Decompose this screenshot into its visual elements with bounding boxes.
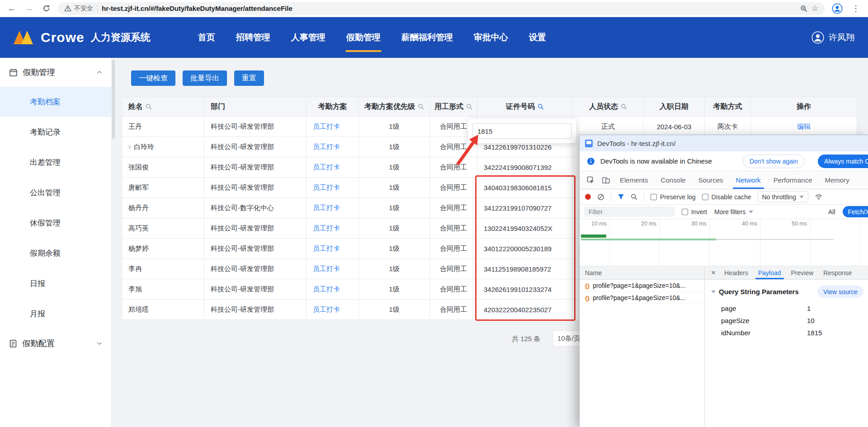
network-timeline-overview[interactable]: 10 ms 20 ms 30 ms 40 ms 50 ms [580,219,868,266]
search-icon[interactable] [418,103,424,110]
sidebar-section-attendance[interactable]: 假勤管理 [0,58,111,87]
divider [611,193,611,201]
sidebar-item-leave-balance[interactable]: 假期余额 [0,238,111,268]
url-text[interactable]: hr-test.zjf-it.cn/#/fakeDuty/fakeDutyMan… [102,5,292,12]
sidebar-item-daily-report[interactable]: 日报 [0,268,111,299]
tab-performance[interactable]: Performance [768,171,818,189]
dont-show-again-button[interactable]: Don't show again [743,155,805,168]
bookmark-star-icon[interactable]: ☆ [811,4,818,13]
tab-console[interactable]: Console [655,171,692,189]
search-icon[interactable] [466,103,472,110]
browser-profile-avatar[interactable] [831,2,844,15]
nav-item-personnel[interactable]: 人事管理 [291,17,326,58]
one-key-check-button[interactable]: 一键检查 [131,70,175,86]
reset-button[interactable]: 重置 [234,70,264,86]
close-icon[interactable]: × [708,268,719,277]
network-filter-input[interactable] [584,206,675,217]
plan-link[interactable]: 员工打卡 [313,224,340,232]
cell-plan: 员工打卡 [307,178,359,198]
device-toolbar-icon[interactable] [599,174,613,187]
plan-link[interactable]: 员工打卡 [313,204,340,211]
nav-item-settings[interactable]: 设置 [529,17,546,58]
nav-item-payroll[interactable]: 薪酬福利管理 [401,17,453,58]
sidebar-section-label: 假勤管理 [23,67,55,78]
col-id-number: 证件号码 [477,97,573,117]
zoom-icon[interactable] [800,5,807,12]
timeline-tick: 20 ms [634,221,656,227]
edit-link[interactable]: 编辑 [797,122,811,130]
filter-type-fetch-xhr[interactable]: Fetch/XHR [843,206,868,217]
sidebar-item-attendance-file[interactable]: 考勤档案 [0,87,111,117]
plan-link[interactable]: 员工打卡 [313,265,340,272]
always-match-button[interactable]: Always match Chrome's language [818,155,868,168]
tab-response[interactable]: Response [818,266,857,279]
disable-cache-checkbox[interactable]: Disable cache [702,193,751,201]
request-list-header[interactable]: Name [580,266,704,280]
cell-name: 唐郦军 [122,178,204,198]
security-chip[interactable]: 不安全 [64,5,93,13]
request-row[interactable]: {} profile?page=1&pageSize=10&... [580,280,704,292]
plan-link[interactable]: 员工打卡 [313,163,340,171]
tab-headers[interactable]: Headers [719,266,753,279]
tab-network[interactable]: Network [730,171,767,189]
cell-worktype: 合同用工 [430,178,477,198]
caret-down-icon [711,291,716,293]
network-search-icon[interactable] [631,193,637,200]
back-icon[interactable]: ← [6,3,17,14]
plan-link[interactable]: 员工打卡 [313,305,340,313]
col-actions: 操作 [751,97,857,117]
tab-preview[interactable]: Preview [786,266,819,279]
nav-item-approval[interactable]: 审批中心 [474,17,508,58]
plan-link[interactable]: 员工打卡 [313,244,340,252]
view-source-button[interactable]: View source [817,286,863,298]
timeline-bar [581,235,606,238]
timeline-line [715,239,834,240]
filter-type-all[interactable]: All [828,208,835,216]
browser-menu-icon[interactable]: ⋮ [850,4,862,14]
sidebar-item-monthly-report[interactable]: 月报 [0,299,111,329]
sidebar-item-business-trip[interactable]: 出差管理 [0,147,111,178]
more-filters-button[interactable]: More filters [714,208,753,216]
sidebar-section-attendance-config[interactable]: 假勤配置 [0,329,111,358]
sidebar-scrollbar[interactable] [111,58,115,427]
plan-link[interactable]: 员工打卡 [313,183,340,191]
record-button[interactable] [585,194,591,200]
id-number-filter-input[interactable] [472,123,572,139]
batch-export-button[interactable]: 批量导出 [183,70,227,86]
invert-checkbox[interactable]: Invert [682,208,707,216]
user-menu[interactable]: 许凤翔 [811,31,854,44]
plan-link[interactable]: 员工打卡 [313,122,340,130]
preserve-log-checkbox[interactable]: Preserve log [651,193,696,201]
search-icon[interactable] [146,103,152,110]
sidebar-item-attendance-record[interactable]: 考勤记录 [0,117,111,147]
nav-item-home[interactable]: 首页 [198,17,215,58]
network-conditions-icon[interactable] [815,194,823,200]
throttling-select[interactable]: No throttling [758,191,808,202]
nav-item-recruitment[interactable]: 招聘管理 [236,17,270,58]
row-expand-icon[interactable]: › [128,143,131,150]
plan-link[interactable]: 员工打卡 [313,285,340,293]
tab-elements[interactable]: Elements [614,171,654,189]
sidebar-item-outing[interactable]: 公出管理 [0,178,111,208]
clear-button[interactable] [597,193,604,201]
request-row[interactable]: {} profile?page=1&pageSize=10&... [580,292,704,304]
plan-link[interactable]: 员工打卡 [313,143,340,150]
forward-icon[interactable]: → [24,3,34,14]
inspect-element-icon[interactable] [583,174,598,187]
cell-name: 高巧英 [122,218,204,239]
refresh-icon[interactable] [41,3,52,14]
filter-toggle-icon[interactable] [618,194,624,200]
tab-memory[interactable]: Memory [819,171,855,189]
tab-sources[interactable]: Sources [693,171,729,189]
sidebar-item-vacation[interactable]: 休假管理 [0,208,111,238]
query-string-section-header[interactable]: Query String Parameters View source [711,286,863,298]
search-icon[interactable] [621,103,627,110]
checkbox-icon [682,209,688,215]
address-bar[interactable]: 不安全 hr-test.zjf-it.cn/#/fakeDuty/fakeDut… [58,2,825,15]
search-icon[interactable] [538,103,544,110]
devtools-titlebar[interactable]: DevTools - hr-test.zjf-it.cn/ [580,135,868,151]
cell-plan: 员工打卡 [307,198,359,218]
tab-payload[interactable]: Payload [753,266,786,279]
crowe-logo-icon [14,30,35,45]
nav-item-attendance[interactable]: 假勤管理 [346,17,381,58]
